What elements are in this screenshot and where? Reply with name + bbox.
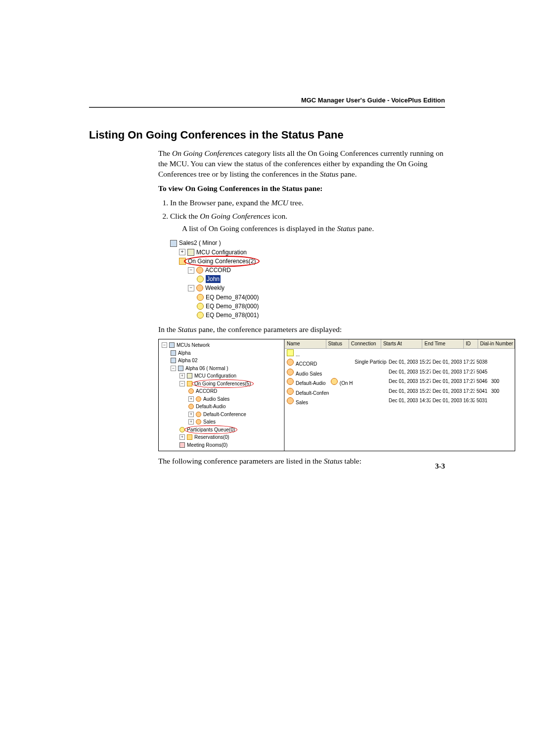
browser-tree-figure: Sales2 ( Minor ) + MCU Configuration On … <box>170 238 348 320</box>
page-number: 3-3 <box>435 462 445 471</box>
steps-list: In the Browser pane, expand the MCU tree… <box>158 198 445 320</box>
tree-root[interactable]: Sales2 ( Minor ) <box>170 238 348 247</box>
grid-row[interactable]: Sales Dec 01, 2003 14:32:14 Dec 01, 2003… <box>285 397 515 407</box>
tree-mcu-config[interactable]: + MCU Configuration <box>170 248 348 257</box>
people-icon <box>287 369 294 376</box>
expand-toggle[interactable]: + <box>188 412 194 417</box>
expand-toggle[interactable]: + <box>179 249 185 255</box>
expand-toggle[interactable]: + <box>188 396 194 402</box>
people-icon <box>287 359 294 366</box>
grid-header-conn[interactable]: Connection <box>349 339 381 348</box>
grid-row-up[interactable]: ... <box>285 349 515 359</box>
server-icon <box>171 358 176 363</box>
people-icon <box>287 378 294 385</box>
grid-row[interactable]: Default-Audio (On Hold); Dec 01, 2003 15… <box>285 378 515 387</box>
server-icon <box>170 240 177 247</box>
people-icon <box>287 397 294 404</box>
status-tree-alpha[interactable]: Alpha <box>162 349 282 357</box>
reservations-icon <box>187 434 192 440</box>
people-icon <box>196 267 203 274</box>
status-tree-mr[interactable]: Meeting Rooms(0) <box>162 441 282 449</box>
gear-icon <box>187 373 192 378</box>
queue-icon <box>179 427 185 432</box>
tree-participant-john[interactable]: John <box>170 275 348 284</box>
grid-header-row: Name Status Connection Starts At End Tim… <box>285 339 515 349</box>
step-2-result: A list of On Going conferences is displa… <box>182 224 445 234</box>
server-icon <box>171 350 176 356</box>
status-tree-mcucfg[interactable]: + MCU Configuration <box>162 372 282 380</box>
collapse-toggle[interactable]: − <box>188 267 194 274</box>
status-tree-alpha06[interactable]: − Alpha 06 ( Normal ) <box>162 365 282 373</box>
collapse-toggle[interactable]: − <box>188 285 194 291</box>
header-title: MGC Manager User's Guide - VoicePlus Edi… <box>301 96 445 104</box>
after-tree-text: In the Status pane, the conference param… <box>158 325 445 335</box>
status-tree-accord[interactable]: ACCORD <box>162 387 282 395</box>
grid-header-start[interactable]: Starts At <box>381 339 423 348</box>
meeting-room-icon <box>179 442 185 448</box>
tree-item-weekly[interactable]: − Weekly <box>170 284 348 292</box>
network-icon <box>169 342 175 348</box>
step-1: In the Browser pane, expand the MCU tree… <box>170 198 445 208</box>
grid-header-dial[interactable]: Dial-in Number <box>478 339 515 348</box>
grid-header-end[interactable]: End Time <box>422 339 464 348</box>
status-tree-alpha02[interactable]: Alpha 02 <box>162 357 282 365</box>
status-tree-res[interactable]: + Reservations(0) <box>162 433 282 441</box>
status-grid-panel: Name Status Connection Starts At End Tim… <box>285 339 515 451</box>
expand-toggle[interactable]: + <box>188 419 194 425</box>
gear-icon <box>187 249 194 256</box>
expand-toggle[interactable]: + <box>179 373 185 378</box>
collapse-toggle[interactable]: − <box>179 381 185 386</box>
people-icon <box>196 412 201 417</box>
user-icon <box>197 312 204 319</box>
up-folder-icon <box>287 349 294 356</box>
people-icon <box>196 419 201 425</box>
tree-participant-eq2[interactable]: EQ Demo_878(000) <box>170 302 348 311</box>
collapse-toggle[interactable]: − <box>162 342 167 348</box>
status-tree-audiosales[interactable]: + Audio Sales <box>162 395 282 403</box>
grid-header-id[interactable]: ID <box>464 339 478 348</box>
tree-item-accord-parent[interactable]: − ACCORD <box>170 266 348 275</box>
status-tree-panel: − MCUs Network Alpha Alpha 02 − <box>159 339 285 451</box>
server-icon <box>178 366 183 371</box>
tree-ongoing[interactable]: On Going Conferences(2) <box>170 257 348 266</box>
status-tree-pq[interactable]: Participants Queue(0) <box>162 426 282 434</box>
howto-heading: To view On Going Conferences in the Stat… <box>158 184 445 194</box>
tree-participant-eq1[interactable]: EQ Demo_874(000) <box>170 293 348 302</box>
user-icon <box>197 303 204 310</box>
user-icon <box>197 276 204 283</box>
status-tree-defaudio[interactable]: Default-Audio <box>162 403 282 411</box>
people-icon <box>188 404 194 409</box>
collapse-toggle[interactable]: − <box>171 366 176 371</box>
grid-header-status[interactable]: Status <box>326 339 349 348</box>
status-tree-defconf[interactable]: + Default-Conference <box>162 411 282 419</box>
people-icon <box>196 396 201 402</box>
hold-icon <box>331 378 338 385</box>
status-tree-sales[interactable]: + Sales <box>162 418 282 426</box>
grid-row[interactable]: ACCORD Single Participant; Dec 01, 2003 … <box>285 358 515 368</box>
grid-header-name[interactable]: Name <box>285 339 326 348</box>
status-pane-figure: − MCUs Network Alpha Alpha 02 − <box>158 339 515 451</box>
step-2: Click the On Going Conferences icon. A l… <box>170 211 445 320</box>
tree-participant-eq3[interactable]: EQ Demo_878(001) <box>170 311 348 320</box>
people-icon <box>188 388 194 394</box>
page-header: MGC Manager User's Guide - VoicePlus Edi… <box>89 96 445 108</box>
intro-paragraph: The On Going Conferences category lists … <box>158 148 445 180</box>
status-tree-ongoing[interactable]: − On Going Conferences(5) <box>162 380 282 388</box>
people-icon <box>287 388 294 395</box>
after-figure2-text: The following conference parameters are … <box>158 456 445 467</box>
status-tree-root[interactable]: − MCUs Network <box>162 341 282 349</box>
grid-row[interactable]: Default-Conference Dec 01, 2003 15:23:10… <box>285 387 515 397</box>
conference-folder-icon <box>187 381 192 386</box>
section-title: Listing On Going Conferences in the Stat… <box>89 129 445 142</box>
expand-toggle[interactable]: + <box>179 434 185 440</box>
grid-row[interactable]: Audio Sales Dec 01, 2003 15:27:01 Dec 01… <box>285 368 515 378</box>
conference-folder-icon <box>179 258 186 265</box>
group-icon <box>197 294 204 301</box>
people-icon <box>196 284 203 291</box>
